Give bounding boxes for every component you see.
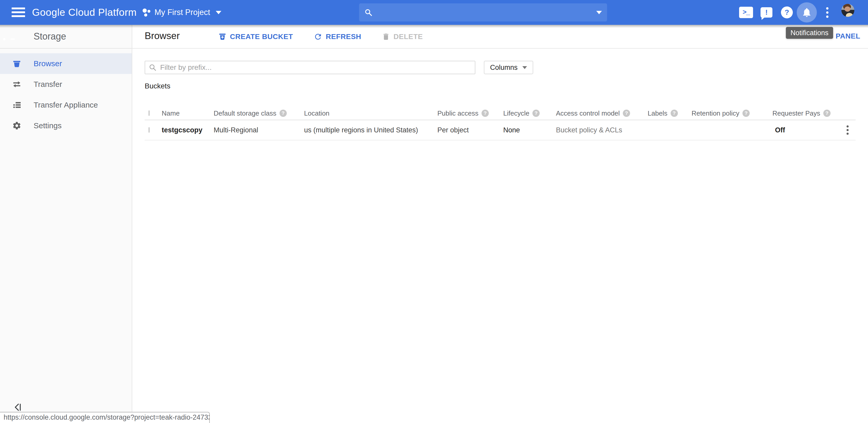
product-logo: Google Cloud Platform (32, 7, 137, 18)
main-content: Browser CREATE BUCKET REFRESH (132, 25, 868, 423)
sidebar-item-label: Settings (34, 121, 61, 130)
trash-icon (382, 32, 390, 41)
sidebar-nav: Browser Transfer Transfer Appliance (0, 53, 132, 136)
filter-field[interactable] (145, 61, 475, 74)
terminal-icon: >_ (739, 7, 753, 18)
hamburger-menu-icon[interactable] (11, 7, 25, 17)
project-switcher[interactable]: My First Project (142, 0, 221, 25)
cell-lifecycle: None (503, 126, 556, 134)
filter-search-icon (149, 64, 157, 72)
refresh-icon (314, 32, 322, 41)
help-icon[interactable] (671, 110, 678, 117)
cell-access-control-model: Bucket policy & ACLs (556, 126, 648, 134)
search-input[interactable] (377, 8, 592, 17)
table-row[interactable]: testgcscopy Multi-Regional us (multiple … (145, 120, 856, 140)
columns-chevron-icon (522, 66, 527, 69)
buckets-table: Name Default storage class Location Publ… (145, 107, 856, 140)
refresh-label: REFRESH (326, 33, 361, 41)
column-header-requester-pays[interactable]: Requester Pays (772, 109, 840, 117)
sidebar-item-browser[interactable]: Browser (0, 53, 132, 74)
bucket-icon (11, 59, 22, 68)
help-button[interactable]: ? (780, 0, 793, 25)
help-icon[interactable] (823, 110, 831, 117)
help-icon[interactable] (623, 110, 630, 117)
column-header-name[interactable]: Name (162, 109, 214, 117)
avatar[interactable] (841, 4, 854, 17)
help-icon[interactable] (532, 110, 540, 117)
sidebar-item-label: Transfer Appliance (34, 101, 98, 109)
column-header-location[interactable]: Location (304, 109, 437, 117)
buckets-section-label: Buckets (145, 82, 856, 90)
toolbar: CREATE BUCKET REFRESH DELETE (218, 25, 423, 49)
row-checkbox[interactable] (149, 127, 150, 133)
search-bar[interactable] (359, 3, 607, 22)
cell-default-storage-class: Multi-Regional (214, 126, 304, 134)
search-icon (364, 8, 373, 17)
column-header-labels[interactable]: Labels (648, 109, 691, 117)
collapse-sidebar-button[interactable] (13, 403, 23, 412)
filter-row: Columns (145, 61, 856, 74)
select-all-checkbox[interactable] (149, 110, 150, 116)
columns-button[interactable]: Columns (484, 61, 533, 74)
help-icon: ? (781, 6, 793, 18)
cell-location: us (multiple regions in United States) (304, 126, 437, 134)
cloud-shell-button[interactable]: >_ (739, 0, 753, 25)
create-bucket-icon (218, 32, 226, 41)
sidebar-title: Storage (34, 31, 66, 42)
row-more-options-button[interactable] (846, 124, 848, 136)
transfer-arrows-icon (11, 80, 22, 89)
table-header-row: Name Default storage class Location Publ… (145, 107, 856, 120)
notifications-button[interactable] (797, 0, 817, 25)
feedback-button[interactable]: ! (760, 0, 773, 25)
chevron-down-icon (216, 11, 221, 14)
notifications-tooltip: Notifications (786, 27, 833, 39)
more-options-button[interactable] (823, 0, 831, 25)
column-header-public-access[interactable]: Public access (437, 109, 503, 117)
refresh-button[interactable]: REFRESH (314, 32, 361, 41)
sidebar-item-settings[interactable]: Settings (0, 115, 132, 136)
top-bar: Google Cloud Platform My First Project >… (0, 0, 868, 25)
columns-label: Columns (490, 64, 518, 72)
sidebar-item-transfer-appliance[interactable]: Transfer Appliance (0, 95, 132, 115)
delete-button[interactable]: DELETE (382, 32, 423, 41)
filter-input[interactable] (160, 63, 471, 72)
column-header-access-control-model[interactable]: Access control model (556, 109, 648, 117)
page-title: Browser (145, 30, 180, 41)
cell-public-access: Per object (437, 126, 503, 134)
sidebar-item-transfer[interactable]: Transfer (0, 74, 132, 95)
help-icon[interactable] (742, 110, 750, 117)
create-bucket-button[interactable]: CREATE BUCKET (218, 32, 293, 41)
help-icon[interactable] (280, 110, 287, 117)
search-options-chevron-icon[interactable] (596, 11, 602, 14)
column-header-default-storage-class[interactable]: Default storage class (214, 109, 304, 117)
feedback-icon: ! (761, 7, 772, 18)
transfer-appliance-icon (11, 100, 22, 110)
project-name: My First Project (154, 8, 210, 17)
sidebar-item-label: Browser (34, 59, 62, 68)
sidebar: Storage Browser Transfer (0, 25, 132, 423)
content-body: Columns Buckets Name Default storage cla… (132, 61, 868, 140)
create-bucket-label: CREATE BUCKET (230, 33, 293, 41)
column-header-lifecycle[interactable]: Lifecycle (503, 109, 556, 117)
content-header: Browser CREATE BUCKET REFRESH (132, 25, 868, 49)
delete-label: DELETE (394, 33, 423, 41)
cell-requester-pays: Off (775, 126, 785, 134)
column-header-retention-policy[interactable]: Retention policy (691, 109, 772, 117)
sidebar-header: Storage (0, 25, 132, 49)
sidebar-item-label: Transfer (34, 80, 62, 89)
status-bar-url: https://console.cloud.google.com/storage… (0, 412, 210, 423)
gear-icon (11, 121, 22, 130)
help-icon[interactable] (482, 110, 489, 117)
bell-icon (801, 7, 812, 18)
project-icon (142, 8, 151, 17)
bucket-name-link[interactable]: testgcscopy (162, 126, 214, 134)
